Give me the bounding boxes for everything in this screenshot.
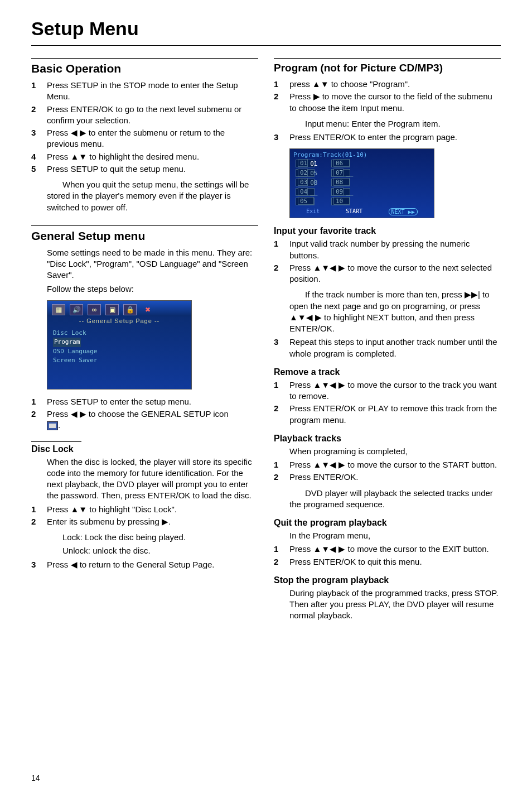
step: Press SETUP to enter the setup menu.	[31, 396, 258, 407]
step: Press ENTER/OK to go to the next level s…	[31, 104, 258, 127]
quit-intro: In the Program menu,	[289, 530, 501, 541]
section-rule	[274, 58, 501, 59]
disc-lock-sub: Lock: Lock the disc being played.	[62, 532, 258, 543]
general-setup-steps: Press SETUP to enter the setup menu. Pre…	[31, 396, 258, 431]
playback-heading: Playback tracks	[274, 434, 501, 444]
page-number: 14	[31, 773, 40, 782]
step: Enter its submenu by pressing ▶.	[31, 516, 258, 527]
step: Press ▲▼◀ ▶ to move the cursor to the ST…	[274, 459, 501, 470]
remove-track-heading: Remove a track	[274, 367, 501, 377]
step: press ▲▼ to choose "Program".	[274, 79, 501, 90]
left-column: Basic Operation Press SETUP in the STOP …	[31, 58, 258, 624]
basic-operation-heading: Basic Operation	[31, 62, 258, 75]
title-rule	[31, 45, 501, 46]
general-setup-follow: Follow the steps below:	[47, 283, 258, 295]
program-input-menu: Input menu: Enter the Program item.	[305, 118, 501, 129]
disc-lock-intro: When the disc is locked, the player will…	[47, 456, 258, 502]
sub-rule	[31, 441, 81, 442]
playback-steps: Press ▲▼◀ ▶ to move the cursor to the ST…	[274, 459, 501, 483]
step: Press ENTER/OK to enter the program page…	[274, 132, 501, 143]
section-rule	[31, 225, 258, 226]
program-step3: Press ENTER/OK to enter the program page…	[274, 132, 501, 143]
general-setup-heading: General Setup menu	[31, 229, 258, 243]
disc-lock-sub: Unlock: unlock the disc.	[62, 545, 258, 556]
step: Press ◀ ▶ to enter the submenu or return…	[31, 127, 258, 150]
step: Press ENTER/OK or PLAY to remove this tr…	[274, 403, 501, 426]
program-screenshot: Program:Track(01-10) 0101 0205 0308 04__…	[289, 148, 434, 218]
input-track-step3: Repeat this steps to input another track…	[274, 336, 501, 359]
general-icon	[47, 421, 58, 430]
step: Press ▲▼◀ ▶ to move the cursor to the tr…	[274, 379, 501, 402]
playback-note: DVD player will playback the selected tr…	[289, 488, 501, 511]
step: Press ENTER/OK.	[274, 472, 501, 483]
step: Press ▲▼ to highlight the desired menu.	[31, 151, 258, 162]
general-setup-intro: Some settings need to be made in this me…	[47, 247, 258, 281]
right-column: Program (not for Picture CD/MP3) press ▲…	[274, 58, 501, 624]
step: Press ◀ to return to the General Setup P…	[31, 559, 258, 570]
disc-lock-steps: Press ▲▼ to highlight "Disc Lock". Enter…	[31, 504, 258, 528]
step: Press ◀ ▶ to choose the GENERAL SETUP ic…	[31, 408, 258, 431]
playback-intro: When programing is completed,	[289, 446, 501, 457]
step: Press ▶ to move the cursor to the field …	[274, 91, 501, 114]
shot-subtitle: -- General Setup Page --	[47, 316, 191, 326]
stop-body: During playback of the programmed tracks…	[289, 588, 501, 622]
section-rule	[31, 58, 258, 59]
step: Press ▲▼◀ ▶ to move the cursor to the ne…	[274, 262, 501, 285]
input-track-steps: Input valid track number by pressing the…	[274, 238, 501, 285]
program-heading: Program (not for Picture CD/MP3)	[274, 62, 501, 74]
quit-steps: Press ▲▼◀ ▶ to move the cursor to the EX…	[274, 544, 501, 568]
two-column-layout: Basic Operation Press SETUP in the STOP …	[31, 58, 501, 624]
quit-heading: Quit the program playback	[274, 518, 501, 528]
disc-lock-step3: Press ◀ to return to the General Setup P…	[31, 559, 258, 570]
step: Press SETUP to quit the setup menu.	[31, 164, 258, 175]
program-steps: press ▲▼ to choose "Program". Press ▶ to…	[274, 79, 501, 114]
basic-operation-steps: Press SETUP in the STOP mode to enter th…	[31, 80, 258, 175]
stop-heading: Stop the program playback	[274, 575, 501, 585]
page-title: Setup Menu	[31, 18, 501, 40]
input-track-heading: Input your favorite track	[274, 226, 501, 236]
disc-lock-heading: Disc Lock	[31, 444, 258, 454]
input-track-note: If the track number is more than ten, pr…	[289, 289, 501, 334]
prog-shot-title: Program:Track(01-10)	[290, 149, 434, 160]
basic-operation-note: When you quit the setup menu, the settin…	[47, 179, 258, 213]
step: Input valid track number by pressing the…	[274, 238, 501, 261]
step: Repeat this steps to input another track…	[274, 336, 501, 359]
step: Press SETUP in the STOP mode to enter th…	[31, 80, 258, 103]
step: Press ENTER/OK to quit this menu.	[274, 556, 501, 568]
step: Press ▲▼ to highlight "Disc Lock".	[31, 504, 258, 515]
remove-track-steps: Press ▲▼◀ ▶ to move the cursor to the tr…	[274, 379, 501, 426]
general-setup-screenshot: ▦ 🔊 ∞ ▣ 🔒 ✖ -- General Setup Page -- Dis…	[47, 300, 192, 390]
step: Press ▲▼◀ ▶ to move the cursor to the EX…	[274, 544, 501, 555]
